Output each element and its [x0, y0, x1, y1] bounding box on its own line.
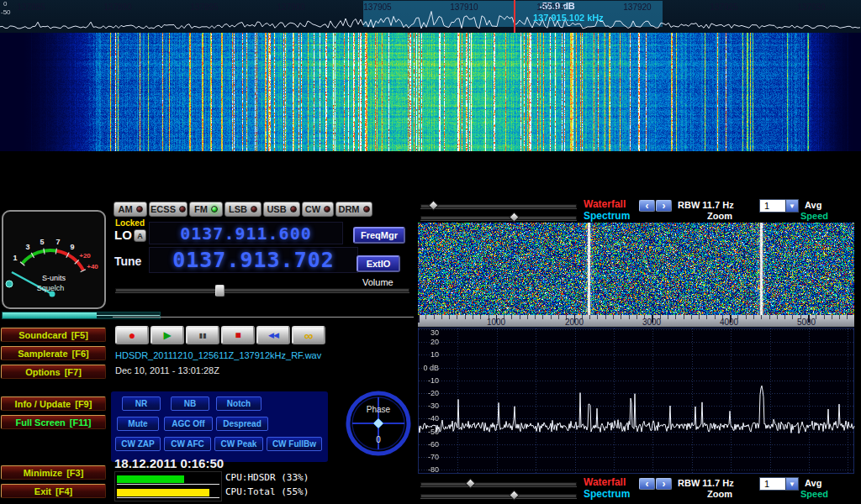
nb-button[interactable]: NB: [171, 396, 209, 411]
shift-left-button-bottom[interactable]: ‹: [639, 478, 655, 490]
zoom-slider-thumb-bottom[interactable]: [509, 490, 520, 501]
mode-label: AM: [118, 204, 132, 214]
rbw-label-bottom: RBW 11.7 Hz: [678, 478, 734, 488]
squelch-knob[interactable]: [6, 281, 13, 287]
exit-button[interactable]: Exit[F4]: [1, 484, 106, 498]
audio-waterfall[interactable]: [418, 223, 854, 315]
waterfall-mode-label-bottom: Waterfall: [584, 476, 626, 488]
volume-slider[interactable]: [115, 288, 409, 292]
button-label: Exit: [34, 486, 51, 496]
mode-cw[interactable]: CW: [302, 202, 334, 217]
shift-right-button[interactable]: ›: [656, 200, 672, 212]
tune-label: Tune: [114, 255, 141, 268]
pause-button[interactable]: ▮▮: [186, 326, 219, 344]
button-label: Minimize: [24, 468, 62, 478]
freqmgr-button[interactable]: FreqMgr: [353, 227, 405, 244]
play-button[interactable]: ▶: [151, 326, 184, 344]
mute-button[interactable]: Mute: [117, 417, 159, 431]
zoom-slider-thumb[interactable]: [509, 212, 520, 223]
audio-frequency-ruler[interactable]: 1000 2000 3000 4000 5000: [418, 315, 854, 327]
db-tick-label: -40: [419, 414, 439, 423]
cw-peak-button[interactable]: CW Peak: [214, 437, 263, 451]
avg-select[interactable]: 1 ▼: [759, 199, 799, 213]
notch-button[interactable]: Notch: [216, 396, 261, 411]
recording-filename: HDSDR_20111210_125611Z_137912kHz_RF.wav: [115, 350, 321, 360]
avg-label: Avg: [805, 200, 821, 210]
mode-led: [251, 206, 257, 213]
lo-lock-button[interactable]: A: [134, 229, 146, 242]
mode-fm[interactable]: FM: [189, 202, 223, 217]
squelch-bar[interactable]: [2, 312, 161, 319]
minimize-button[interactable]: Minimize[F3]: [1, 465, 106, 480]
squelch-level: [3, 312, 97, 318]
loop-button[interactable]: ∞: [292, 326, 325, 344]
mini-scale-label: -50: [1, 8, 11, 16]
button-key: [F7]: [65, 367, 82, 377]
smeter-tick: 3: [25, 243, 29, 251]
arrow-right-icon: ›: [663, 480, 666, 488]
phase-value: 0: [376, 435, 381, 444]
full-screen-button[interactable]: Full Screen[F11]: [1, 415, 106, 429]
audio-spectrum[interactable]: 30 20 10 0 dB -10 -20 -30 -40 -50 -60 -7…: [418, 328, 854, 474]
mode-am[interactable]: AM: [114, 202, 147, 217]
avg-value: 1: [760, 200, 785, 212]
extio-button[interactable]: ExtIO: [357, 255, 400, 272]
waterfall-contrast-thumb[interactable]: [428, 200, 439, 211]
shift-right-button-bottom[interactable]: ›: [656, 478, 672, 490]
mode-led: [179, 206, 186, 213]
frequency-tick-label: 137920: [623, 3, 651, 12]
zoom-slider-bottom[interactable]: [420, 494, 577, 498]
cw-zap-button[interactable]: CW ZAP: [115, 437, 161, 451]
button-key: [F11]: [70, 417, 92, 428]
smeter-units-label: S-units: [42, 274, 66, 282]
frequency-tick-label: 137925: [710, 3, 737, 12]
cw-fullbw-button[interactable]: CW FullBw: [267, 437, 322, 451]
avg-select-bottom[interactable]: 1 ▼: [759, 477, 799, 491]
mode-lsb[interactable]: LSB: [224, 202, 261, 217]
mode-usb[interactable]: USB: [263, 202, 300, 217]
hz-tick-label: 4000: [720, 318, 738, 327]
rbw-label: RBW 11.7 Hz: [678, 200, 734, 210]
waterfall-contrast-slider-bottom[interactable]: [420, 482, 577, 486]
db-tick-label: -80: [419, 465, 439, 474]
tune-cursor: [514, 0, 515, 33]
button-label: Info / Update: [15, 399, 71, 409]
cw-afc-button[interactable]: CW AFC: [164, 437, 211, 451]
locked-label: Locked: [115, 218, 145, 228]
pause-icon: ▮▮: [199, 332, 207, 339]
arrow-left-icon: ‹: [646, 202, 649, 210]
arrow-left-icon: ‹: [646, 480, 649, 488]
db-tick-label: 10: [419, 350, 439, 359]
mode-drm[interactable]: DRM: [335, 202, 372, 217]
button-key: [F6]: [72, 349, 89, 359]
chevron-down-icon[interactable]: ▼: [785, 200, 798, 212]
button-key: [F9]: [75, 399, 92, 409]
nr-button[interactable]: NR: [122, 396, 161, 411]
stop-button[interactable]: ■: [221, 326, 255, 344]
volume-slider-thumb[interactable]: [215, 285, 224, 297]
cpu-meter: [114, 471, 222, 501]
lo-frequency-display[interactable]: 0137.911.600: [149, 222, 343, 244]
info-update-button[interactable]: Info / Update[F9]: [1, 396, 106, 411]
agc-off-button[interactable]: AGC Off: [164, 417, 213, 431]
chevron-down-icon[interactable]: ▼: [785, 478, 798, 490]
waterfall-contrast-thumb-bottom[interactable]: [465, 478, 476, 489]
button-label: Full Screen: [16, 417, 66, 428]
cpu-bar-line: [117, 484, 219, 485]
cpu-hdsdr-text: CPU:HDSDR (33%): [225, 472, 309, 483]
frequency-tick-label: 137910: [450, 3, 478, 12]
mode-label: CW: [305, 204, 320, 214]
mode-ecss[interactable]: ECSS: [149, 202, 188, 217]
options-button[interactable]: Options[F7]: [1, 365, 106, 379]
rewind-button[interactable]: ◀◀: [256, 326, 290, 344]
soundcard-button[interactable]: Soundcard[F5]: [1, 328, 106, 342]
tune-frequency-display[interactable]: 0137.913.702: [149, 247, 358, 273]
cpu-bar-line: [117, 497, 219, 498]
phase-label: Phase: [367, 405, 391, 414]
waterfall-contrast-slider[interactable]: [420, 204, 577, 208]
despread-button[interactable]: Despread: [216, 417, 268, 431]
shift-left-button[interactable]: ‹: [639, 200, 655, 212]
samplerate-button[interactable]: Samplerate[F6]: [1, 346, 106, 360]
record-button[interactable]: ●: [115, 326, 149, 344]
zoom-slider[interactable]: [420, 216, 577, 220]
